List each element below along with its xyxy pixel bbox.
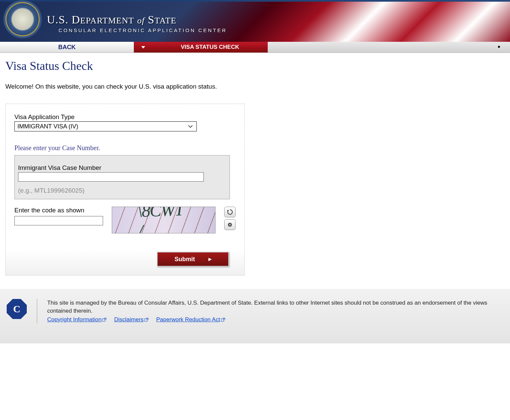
svg-point-3 — [229, 224, 231, 225]
footer-text-block: This site is managed by the Bureau of Co… — [47, 299, 503, 323]
welcome-text: Welcome! On this website, you can check … — [5, 83, 505, 90]
consular-badge-icon — [7, 299, 27, 319]
captcha-image-text: \8CWT / — [137, 207, 190, 233]
nav-active-label: VISA STATUS CHECK — [181, 44, 239, 50]
nav-back-label: BACK — [58, 44, 76, 51]
submit-button[interactable]: Submit ▶ — [157, 252, 229, 267]
case-number-label: Immigrant Visa Case Number — [18, 164, 226, 172]
dept-mid: EPARTMENT — [80, 16, 134, 25]
svg-rect-6 — [221, 319, 224, 321]
arrow-right-icon: ▶ — [208, 257, 211, 261]
captcha-label: Enter the code as shown — [14, 207, 103, 214]
captcha-image: \8CWT / — [112, 207, 216, 233]
external-link-icon — [221, 318, 225, 322]
dept-suffix-rest: TATE — [155, 16, 176, 25]
content-area: Visa Status Check Welcome! On this websi… — [0, 53, 510, 289]
copyright-link-label: Copyright Information — [47, 316, 102, 323]
submit-row: Submit ▶ — [14, 252, 236, 267]
captcha-refresh-button[interactable] — [224, 207, 236, 217]
navbar: BACK VISA STATUS CHECK — [0, 42, 510, 53]
captcha-audio-button[interactable] — [224, 219, 236, 230]
app-type-value: IMMIGRANT VISA (IV) — [17, 123, 78, 130]
submit-label: Submit — [175, 256, 195, 263]
ceac-subtitle: CONSULAR ELECTRONIC APPLICATION CENTER — [59, 27, 227, 33]
form-panel: Visa Application Type IMMIGRANT VISA (IV… — [5, 104, 245, 276]
svg-rect-5 — [145, 319, 147, 321]
state-dept-seal-icon — [3, 0, 42, 38]
nav-tab-visa-status-check[interactable]: VISA STATUS CHECK — [152, 42, 268, 52]
paperwork-link[interactable]: Paperwork Reduction Act — [156, 316, 225, 323]
refresh-icon — [227, 209, 233, 215]
case-instruction: Please enter your Case Number. — [14, 144, 236, 152]
svg-rect-4 — [102, 319, 105, 321]
footer-divider — [37, 299, 37, 323]
svg-marker-0 — [141, 46, 145, 48]
nav-spacer — [268, 42, 510, 52]
external-link-icon — [144, 318, 149, 322]
nav-dropdown-toggle[interactable] — [134, 42, 152, 52]
dept-prefix: U.S. D — [47, 13, 80, 26]
captcha-input[interactable] — [14, 216, 103, 225]
dept-suffix-s: S — [148, 13, 155, 26]
header-text-block: U.S. DEPARTMENT of STATE CONSULAR ELECTR… — [47, 13, 227, 33]
captcha-row: Enter the code as shown \8CWT / — [14, 207, 236, 233]
chevron-down-icon — [141, 45, 146, 49]
footer-disclaimer: This site is managed by the Bureau of Co… — [47, 300, 487, 314]
case-number-example: (e.g., MTL1999626025) — [18, 187, 226, 194]
paperwork-link-label: Paperwork Reduction Act — [156, 316, 220, 323]
department-title: U.S. DEPARTMENT of STATE — [47, 13, 227, 26]
header-banner: U.S. DEPARTMENT of STATE CONSULAR ELECTR… — [0, 0, 510, 42]
copyright-link[interactable]: Copyright Information — [47, 316, 107, 323]
app-type-label: Visa Application Type — [14, 113, 236, 121]
page-title: Visa Status Check — [5, 59, 505, 73]
disclaimers-link-label: Disclaimers — [114, 316, 144, 323]
case-number-group: Immigrant Visa Case Number (e.g., MTL199… — [14, 155, 230, 199]
footer-links: Copyright Information Disclaimers Paperw… — [47, 316, 503, 324]
disclaimers-link[interactable]: Disclaimers — [114, 316, 149, 323]
footer: This site is managed by the Bureau of Co… — [0, 289, 510, 343]
dept-of: of — [137, 16, 145, 25]
speaker-icon — [227, 221, 233, 228]
chevron-down-icon — [188, 123, 193, 129]
nav-back-button[interactable]: BACK — [0, 42, 134, 52]
nav-dot-icon — [498, 46, 500, 48]
case-number-input[interactable] — [18, 172, 204, 182]
app-type-select[interactable]: IMMIGRANT VISA (IV) — [14, 121, 197, 131]
external-link-icon — [102, 318, 106, 322]
